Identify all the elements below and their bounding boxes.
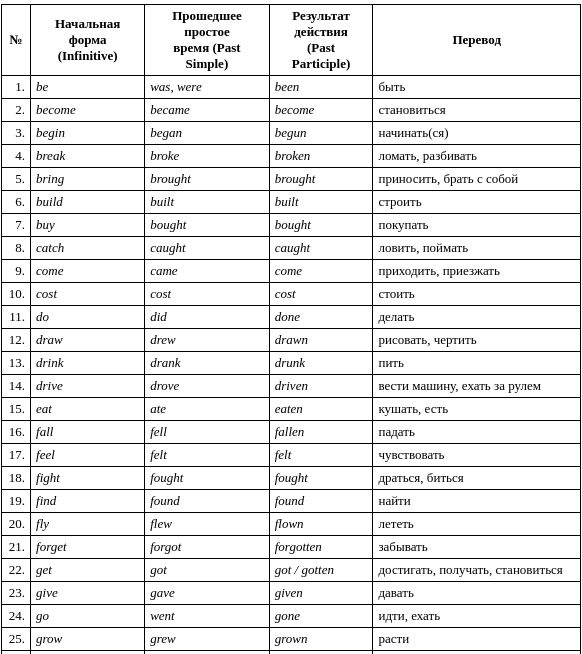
cell-num: 22. xyxy=(2,559,31,582)
cell-past-participle: begun xyxy=(269,122,373,145)
cell-past-participle: grown xyxy=(269,628,373,651)
cell-past-simple: did xyxy=(145,306,270,329)
table-header: № Начальнаяформа(Infinitive) Прошедшеепр… xyxy=(2,5,581,76)
cell-infinitive: begin xyxy=(31,122,145,145)
cell-infinitive: do xyxy=(31,306,145,329)
table-row: 8.catchcaughtcaughtловить, поймать xyxy=(2,237,581,260)
cell-infinitive: build xyxy=(31,191,145,214)
table-row: 9.comecamecomeприходить, приезжать xyxy=(2,260,581,283)
cell-past-participle: become xyxy=(269,99,373,122)
cell-past-simple: had xyxy=(145,651,270,655)
cell-translation: иметь xyxy=(373,651,581,655)
cell-num: 12. xyxy=(2,329,31,352)
cell-num: 15. xyxy=(2,398,31,421)
cell-num: 3. xyxy=(2,122,31,145)
cell-infinitive: give xyxy=(31,582,145,605)
cell-past-participle: felt xyxy=(269,444,373,467)
cell-translation: достигать, получать, становиться xyxy=(373,559,581,582)
cell-num: 25. xyxy=(2,628,31,651)
cell-past-simple: got xyxy=(145,559,270,582)
cell-translation: быть xyxy=(373,76,581,99)
cell-past-participle: flown xyxy=(269,513,373,536)
cell-past-participle: gone xyxy=(269,605,373,628)
col-past-participle: Результатдействия(PastParticiple) xyxy=(269,5,373,76)
table-body: 1.bewas, werebeenбыть2.becomebecamebecom… xyxy=(2,76,581,655)
cell-translation: кушать, есть xyxy=(373,398,581,421)
table-row: 13.drinkdrankdrunkпить xyxy=(2,352,581,375)
cell-num: 1. xyxy=(2,76,31,99)
irregular-verbs-table: № Начальнаяформа(Infinitive) Прошедшеепр… xyxy=(1,4,581,654)
col-translation: Перевод xyxy=(373,5,581,76)
cell-translation: рисовать, чертить xyxy=(373,329,581,352)
cell-translation: ловить, поймать xyxy=(373,237,581,260)
table-row: 23.givegavegivenдавать xyxy=(2,582,581,605)
table-row: 16.fallfellfallenпадать xyxy=(2,421,581,444)
cell-translation: покупать xyxy=(373,214,581,237)
cell-past-participle: bought xyxy=(269,214,373,237)
table-row: 17.feelfeltfeltчувствовать xyxy=(2,444,581,467)
cell-past-simple: grew xyxy=(145,628,270,651)
cell-past-simple: cost xyxy=(145,283,270,306)
cell-num: 7. xyxy=(2,214,31,237)
table-row: 18.fightfoughtfoughtдраться, биться xyxy=(2,467,581,490)
cell-past-simple: went xyxy=(145,605,270,628)
cell-past-simple: gave xyxy=(145,582,270,605)
cell-translation: ломать, разбивать xyxy=(373,145,581,168)
cell-infinitive: eat xyxy=(31,398,145,421)
table-row: 20.flyflewflownлететь xyxy=(2,513,581,536)
cell-translation: стоить xyxy=(373,283,581,306)
cell-infinitive: fall xyxy=(31,421,145,444)
cell-past-participle: given xyxy=(269,582,373,605)
cell-infinitive: forget xyxy=(31,536,145,559)
cell-past-simple: began xyxy=(145,122,270,145)
table-row: 6.buildbuiltbuiltстроить xyxy=(2,191,581,214)
cell-past-simple: became xyxy=(145,99,270,122)
cell-num: 20. xyxy=(2,513,31,536)
col-past-simple: Прошедшеепростоевремя (PastSimple) xyxy=(145,5,270,76)
cell-past-simple: brought xyxy=(145,168,270,191)
cell-num: 8. xyxy=(2,237,31,260)
cell-translation: расти xyxy=(373,628,581,651)
cell-past-simple: drew xyxy=(145,329,270,352)
cell-infinitive: be xyxy=(31,76,145,99)
cell-translation: вести машину, ехать за рулем xyxy=(373,375,581,398)
cell-past-simple: ate xyxy=(145,398,270,421)
cell-num: 6. xyxy=(2,191,31,214)
cell-infinitive: fly xyxy=(31,513,145,536)
cell-past-participle: forgotten xyxy=(269,536,373,559)
cell-past-simple: drove xyxy=(145,375,270,398)
cell-past-participle: found xyxy=(269,490,373,513)
cell-infinitive: draw xyxy=(31,329,145,352)
cell-past-participle: driven xyxy=(269,375,373,398)
table-row: 1.bewas, werebeenбыть xyxy=(2,76,581,99)
cell-infinitive: get xyxy=(31,559,145,582)
table-row: 14.drivedrovedrivenвести машину, ехать з… xyxy=(2,375,581,398)
cell-past-simple: broke xyxy=(145,145,270,168)
cell-past-simple: flew xyxy=(145,513,270,536)
cell-translation: приходить, приезжать xyxy=(373,260,581,283)
cell-infinitive: find xyxy=(31,490,145,513)
cell-past-simple: built xyxy=(145,191,270,214)
table-row: 26.havehadhadиметь xyxy=(2,651,581,655)
cell-infinitive: fight xyxy=(31,467,145,490)
cell-past-simple: drank xyxy=(145,352,270,375)
cell-translation: лететь xyxy=(373,513,581,536)
cell-num: 19. xyxy=(2,490,31,513)
cell-past-participle: come xyxy=(269,260,373,283)
cell-past-participle: eaten xyxy=(269,398,373,421)
cell-translation: идти, ехать xyxy=(373,605,581,628)
cell-past-participle: done xyxy=(269,306,373,329)
cell-infinitive: drive xyxy=(31,375,145,398)
cell-past-participle: got / gotten xyxy=(269,559,373,582)
cell-translation: найти xyxy=(373,490,581,513)
cell-num: 26. xyxy=(2,651,31,655)
cell-past-participle: fought xyxy=(269,467,373,490)
cell-infinitive: break xyxy=(31,145,145,168)
cell-translation: становиться xyxy=(373,99,581,122)
table-row: 5.bringbroughtbroughtприносить, брать с … xyxy=(2,168,581,191)
cell-num: 18. xyxy=(2,467,31,490)
cell-num: 10. xyxy=(2,283,31,306)
table-row: 19.findfoundfoundнайти xyxy=(2,490,581,513)
cell-past-participle: had xyxy=(269,651,373,655)
table-row: 21.forgetforgotforgottenзабывать xyxy=(2,536,581,559)
